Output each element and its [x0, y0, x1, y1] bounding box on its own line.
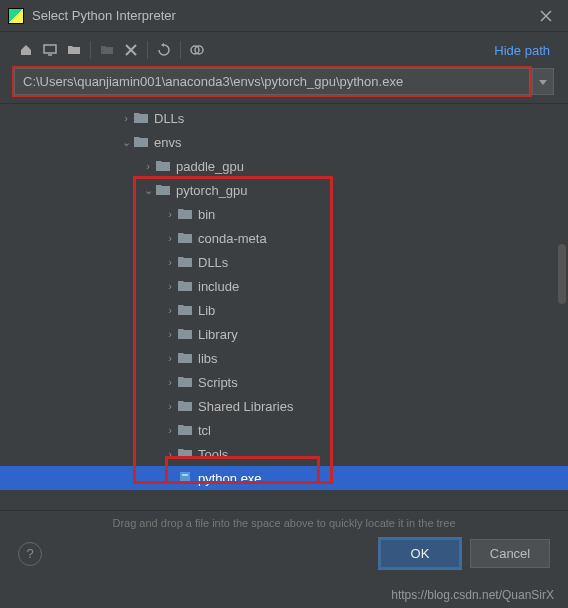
- expander-icon[interactable]: ›: [162, 400, 178, 412]
- folder-icon: [156, 160, 170, 172]
- footer: ? OK Cancel: [0, 539, 568, 582]
- expander-icon[interactable]: ›: [140, 160, 156, 172]
- cancel-button[interactable]: Cancel: [470, 539, 550, 568]
- expander-icon[interactable]: ›: [162, 376, 178, 388]
- tree-row[interactable]: ›paddle_gpu: [0, 154, 568, 178]
- path-input[interactable]: [14, 68, 530, 95]
- folder-icon: [178, 304, 192, 316]
- python-file-icon: [178, 471, 192, 485]
- folder-icon: [178, 448, 192, 460]
- tree-row[interactable]: ›Scripts: [0, 370, 568, 394]
- tree-item-label: Shared Libraries: [198, 399, 293, 414]
- dialog-title: Select Python Interpreter: [32, 8, 532, 23]
- home-icon[interactable]: [14, 38, 38, 62]
- tree-row[interactable]: ⌄pytorch_gpu: [0, 178, 568, 202]
- tree-row[interactable]: ⌄envs: [0, 130, 568, 154]
- folder-icon: [134, 112, 148, 124]
- tree-row[interactable]: ›DLLs: [0, 106, 568, 130]
- expander-icon[interactable]: ›: [162, 328, 178, 340]
- folder-icon: [156, 184, 170, 196]
- folder-icon: [178, 256, 192, 268]
- expander-icon[interactable]: ›: [162, 232, 178, 244]
- svg-rect-3: [180, 472, 190, 484]
- refresh-icon[interactable]: [152, 38, 176, 62]
- tree-item-label: Scripts: [198, 375, 238, 390]
- expander-icon[interactable]: ›: [162, 424, 178, 436]
- expander-icon[interactable]: ›: [118, 112, 134, 124]
- folder-icon: [178, 376, 192, 388]
- tree-row[interactable]: ›tcl: [0, 418, 568, 442]
- close-button[interactable]: [532, 10, 560, 22]
- separator: [90, 41, 91, 59]
- tree-item-label: Library: [198, 327, 238, 342]
- tree-item-label: DLLs: [154, 111, 184, 126]
- tree-item-label: pytorch_gpu: [176, 183, 248, 198]
- tree-row[interactable]: ›include: [0, 274, 568, 298]
- expander-icon[interactable]: ⌄: [118, 136, 134, 149]
- folder-icon: [178, 208, 192, 220]
- tree-item-label: libs: [198, 351, 218, 366]
- tree-row[interactable]: ›Lib: [0, 298, 568, 322]
- help-button[interactable]: ?: [18, 542, 42, 566]
- expander-icon[interactable]: ›: [162, 304, 178, 316]
- expander-icon[interactable]: ›: [162, 280, 178, 292]
- folder-icon: [178, 280, 192, 292]
- tree-item-label: Tools: [198, 447, 228, 462]
- tree-item-label: bin: [198, 207, 215, 222]
- tree-item-label: Lib: [198, 303, 215, 318]
- tree-item-label: include: [198, 279, 239, 294]
- folder-icon: [134, 136, 148, 148]
- scrollbar-thumb[interactable]: [558, 244, 566, 304]
- show-hidden-icon[interactable]: [185, 38, 209, 62]
- ok-button[interactable]: OK: [380, 539, 460, 568]
- expander-icon[interactable]: ⌄: [140, 184, 156, 197]
- expander-icon[interactable]: ›: [162, 208, 178, 220]
- drop-hint: Drag and drop a file into the space abov…: [0, 511, 568, 539]
- expander-icon[interactable]: ›: [162, 256, 178, 268]
- tree-row[interactable]: ›conda-meta: [0, 226, 568, 250]
- titlebar: Select Python Interpreter: [0, 0, 568, 32]
- folder-icon: [178, 232, 192, 244]
- delete-icon[interactable]: [119, 38, 143, 62]
- project-icon[interactable]: [62, 38, 86, 62]
- desktop-icon[interactable]: [38, 38, 62, 62]
- pycharm-logo-icon: [8, 8, 24, 24]
- new-folder-icon[interactable]: [95, 38, 119, 62]
- path-row: [0, 68, 568, 103]
- tree-item-label: DLLs: [198, 255, 228, 270]
- hide-path-link[interactable]: Hide path: [494, 43, 554, 58]
- tree-item-label: tcl: [198, 423, 211, 438]
- expander-icon[interactable]: ›: [162, 352, 178, 364]
- file-tree[interactable]: ›DLLs⌄envs›paddle_gpu⌄pytorch_gpu›bin›co…: [0, 103, 568, 511]
- separator: [180, 41, 181, 59]
- svg-rect-4: [182, 474, 188, 476]
- tree-row[interactable]: ›libs: [0, 346, 568, 370]
- tree-item-label: envs: [154, 135, 181, 150]
- path-history-dropdown[interactable]: [532, 68, 554, 95]
- folder-icon: [178, 424, 192, 436]
- tree-item-label: python.exe: [198, 471, 262, 486]
- folder-icon: [178, 400, 192, 412]
- watermark: https://blog.csdn.net/QuanSirX: [391, 588, 554, 602]
- tree-row[interactable]: ›DLLs: [0, 250, 568, 274]
- tree-row[interactable]: ›bin: [0, 202, 568, 226]
- folder-icon: [178, 328, 192, 340]
- tree-row[interactable]: ›Shared Libraries: [0, 394, 568, 418]
- tree-item-label: paddle_gpu: [176, 159, 244, 174]
- svg-rect-0: [44, 45, 56, 53]
- separator: [147, 41, 148, 59]
- toolbar: Hide path: [0, 32, 568, 68]
- folder-icon: [178, 352, 192, 364]
- tree-item-label: conda-meta: [198, 231, 267, 246]
- tree-row[interactable]: python.exe: [0, 466, 568, 490]
- tree-row[interactable]: ›Tools: [0, 442, 568, 466]
- expander-icon[interactable]: ›: [162, 448, 178, 460]
- tree-row[interactable]: ›Library: [0, 322, 568, 346]
